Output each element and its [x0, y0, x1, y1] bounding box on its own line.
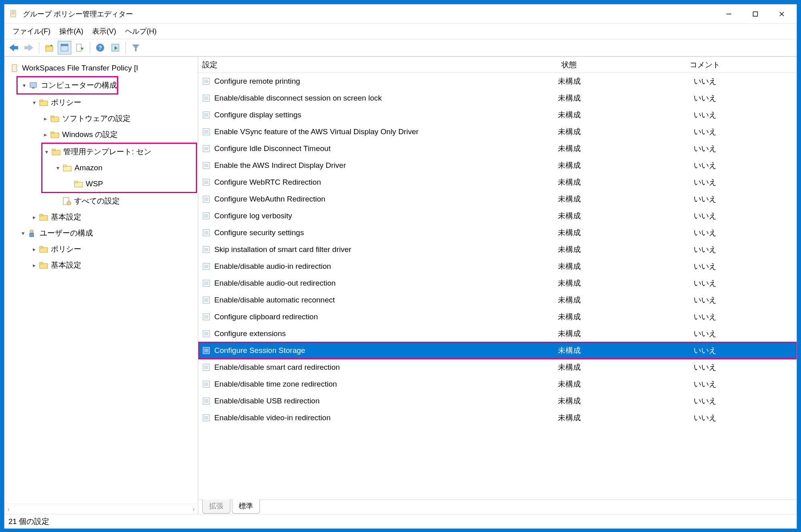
- column-header-setting[interactable]: 設定: [198, 60, 525, 70]
- tree-user-preferences[interactable]: ▸ 基本設定: [4, 257, 198, 273]
- list-row[interactable]: Configure Session Storage未構成いいえ: [198, 342, 797, 359]
- toolbar-separator: [90, 42, 90, 53]
- list-row[interactable]: Enable/disable audio-out redirection未構成い…: [198, 275, 797, 292]
- list-row[interactable]: Configure WebAuthn Redirection未構成いいえ: [198, 191, 797, 208]
- list-row[interactable]: Enable/disable time zone redirection未構成い…: [198, 376, 797, 393]
- list-row[interactable]: Enable VSync feature of the AWS Virtual …: [198, 123, 797, 140]
- setting-comment: いいえ: [613, 312, 797, 322]
- list-row[interactable]: Configure Idle Disconnect Timeout未構成いいえ: [198, 140, 797, 157]
- list-row[interactable]: Configure security settings未構成いいえ: [198, 224, 797, 241]
- refresh-button[interactable]: [109, 41, 122, 54]
- menu-help[interactable]: ヘルプ(H): [122, 26, 162, 37]
- svg-rect-40: [40, 214, 43, 216]
- list-row[interactable]: Skip installation of smart card filter d…: [198, 241, 797, 258]
- tree-preferences[interactable]: ▸ 基本設定: [4, 209, 198, 225]
- list-row[interactable]: Enable/disable audio-in redirection未構成いい…: [198, 258, 797, 275]
- setting-state: 未構成: [525, 261, 613, 272]
- tab-extended[interactable]: 拡張: [202, 500, 230, 514]
- setting-comment: いいえ: [613, 244, 797, 255]
- tree-software-settings[interactable]: ▸ ソフトウェアの設定: [4, 111, 198, 127]
- forward-button[interactable]: [22, 41, 36, 54]
- svg-rect-28: [51, 116, 54, 117]
- list-row[interactable]: Configure display settings未構成いいえ: [198, 107, 797, 123]
- tree-wsp[interactable]: WSP: [42, 176, 196, 192]
- help-button[interactable]: ?: [93, 41, 107, 54]
- chevron-down-icon: ▾: [30, 99, 38, 106]
- chevron-right-icon: ▸: [30, 214, 38, 220]
- setting-name: Configure WebAuthn Redirection: [214, 195, 325, 204]
- list-pane: 設定 状態 コメント Configure remote printing未構成い…: [198, 57, 797, 514]
- svg-marker-9: [24, 44, 33, 51]
- svg-rect-10: [46, 46, 53, 51]
- svg-rect-42: [30, 233, 34, 237]
- tree-label: Windows の設定: [62, 129, 118, 140]
- setting-comment: いいえ: [613, 295, 797, 305]
- chevron-right-icon: ▸: [30, 246, 38, 252]
- setting-state: 未構成: [525, 413, 613, 423]
- list-row[interactable]: Enable the AWS Indirect Display Driver未構…: [198, 157, 797, 174]
- export-button[interactable]: [73, 41, 87, 54]
- tab-standard[interactable]: 標準: [232, 500, 260, 514]
- tree-computer-config[interactable]: ▾ コンピューターの構成: [18, 77, 117, 93]
- tree-horizontal-scrollbar[interactable]: ‹ ›: [4, 504, 198, 514]
- up-button[interactable]: [42, 41, 56, 54]
- scroll-right-icon[interactable]: ›: [193, 506, 195, 512]
- svg-rect-25: [40, 101, 48, 106]
- menubar: ファイル(F) 操作(A) 表示(V) ヘルプ(H): [4, 24, 797, 39]
- tree-admin-templates[interactable]: ▾ 管理用テンプレート: セン: [42, 144, 196, 160]
- folder-icon: [50, 114, 60, 123]
- tree-user-policies[interactable]: ▸ ポリシー: [4, 241, 198, 257]
- svg-rect-45: [40, 264, 48, 268]
- setting-state: 未構成: [525, 312, 613, 322]
- list-row[interactable]: Configure extensions未構成いいえ: [198, 325, 797, 342]
- list-row[interactable]: Enable/disable disconnect session on scr…: [198, 90, 797, 107]
- tree-windows-settings[interactable]: ▸ Windows の設定: [4, 127, 198, 143]
- back-button[interactable]: [7, 41, 20, 54]
- close-button[interactable]: [769, 5, 795, 23]
- list-row[interactable]: Configure clipboard redirection未構成いいえ: [198, 308, 797, 325]
- svg-rect-26: [40, 100, 43, 101]
- menu-action[interactable]: 操作(A): [56, 26, 89, 37]
- list-row[interactable]: Configure WebRTC Redirection未構成いいえ: [198, 174, 797, 191]
- tree-root[interactable]: WorkSpaces File Transfer Policy [I: [4, 60, 198, 76]
- svg-rect-36: [74, 181, 78, 183]
- setting-name: Enable/disable video-in redirection: [214, 413, 330, 422]
- tree-policies[interactable]: ▾ ポリシー: [4, 95, 198, 111]
- column-header-comment[interactable]: コメント: [613, 60, 797, 70]
- tree-label: WSP: [86, 179, 103, 188]
- scroll-left-icon[interactable]: ‹: [8, 506, 10, 512]
- svg-rect-29: [51, 133, 59, 138]
- menu-file[interactable]: ファイル(F): [9, 26, 56, 37]
- setting-comment: いいえ: [613, 328, 797, 339]
- window-title: グループ ポリシー管理エディター: [23, 9, 716, 19]
- maximize-button[interactable]: [742, 5, 769, 23]
- list-row[interactable]: Enable/disable smart card redirection未構成…: [198, 359, 797, 376]
- list-row[interactable]: Enable/disable video-in redirection未構成いい…: [198, 409, 797, 426]
- svg-marker-8: [9, 44, 18, 51]
- policy-icon: [201, 329, 211, 339]
- tree-label: 基本設定: [51, 212, 81, 222]
- list-row[interactable]: Enable/disable automatic reconnect未構成いいえ: [198, 292, 797, 308]
- toolbar-separator: [39, 42, 39, 53]
- properties-button[interactable]: [58, 41, 71, 54]
- titlebar: グループ ポリシー管理エディター: [4, 4, 797, 24]
- list-row[interactable]: Enable/disable USB redirection未構成いいえ: [198, 393, 797, 409]
- policy-icon: [201, 363, 211, 372]
- tabs: 拡張 標準: [198, 500, 797, 514]
- chevron-down-icon: ▾: [42, 149, 50, 155]
- tree-all-settings[interactable]: すべての設定: [4, 193, 198, 209]
- setting-name: Enable the AWS Indirect Display Driver: [214, 161, 346, 170]
- filter-button[interactable]: [129, 41, 143, 54]
- setting-name: Enable/disable automatic reconnect: [214, 296, 335, 304]
- tree-user-config[interactable]: ▾ ユーザーの構成: [4, 225, 198, 241]
- list-row[interactable]: Configure remote printing未構成いいえ: [198, 73, 797, 90]
- column-header-state[interactable]: 状態: [525, 60, 613, 70]
- setting-state: 未構成: [525, 127, 613, 137]
- tree-amazon[interactable]: ▾ Amazon: [42, 160, 196, 176]
- menu-view[interactable]: 表示(V): [89, 26, 122, 37]
- list-row[interactable]: Configure log verbosity未構成いいえ: [198, 208, 797, 224]
- toolbar: ?: [4, 39, 797, 56]
- setting-comment: いいえ: [613, 93, 797, 103]
- minimize-button[interactable]: [716, 5, 742, 23]
- setting-comment: いいえ: [613, 177, 797, 187]
